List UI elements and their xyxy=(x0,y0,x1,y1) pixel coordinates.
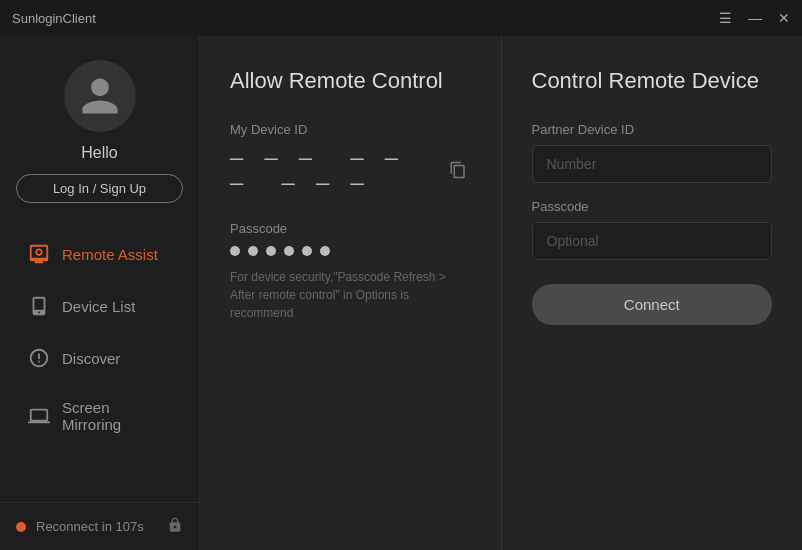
sidebar-item-device-list[interactable]: Device List xyxy=(8,281,191,331)
sidebar-footer: Reconnect in 107s xyxy=(0,502,199,550)
panel-right-title: Control Remote Device xyxy=(532,68,773,94)
panel-allow-remote: Allow Remote Control My Device ID — — — … xyxy=(200,36,502,550)
passcode-dot-4 xyxy=(284,246,294,256)
device-id-label: My Device ID xyxy=(230,122,471,137)
partner-id-group: Partner Device ID xyxy=(532,122,773,183)
login-button[interactable]: Log In / Sign Up xyxy=(16,174,183,203)
title-bar: SunloginClient ☰ — ✕ xyxy=(0,0,802,36)
passcode-dots xyxy=(230,246,471,256)
partner-id-input[interactable] xyxy=(532,145,773,183)
remote-assist-icon xyxy=(28,243,50,265)
app-title: SunloginClient xyxy=(12,11,96,26)
content-area: Allow Remote Control My Device ID — — — … xyxy=(200,36,802,550)
close-button[interactable]: ✕ xyxy=(778,11,790,25)
partner-id-label: Partner Device ID xyxy=(532,122,773,137)
menu-button[interactable]: ☰ xyxy=(719,11,732,25)
minimize-button[interactable]: — xyxy=(748,11,762,25)
device-list-icon xyxy=(28,295,50,317)
main-layout: Hello Log In / Sign Up Remote Assist xyxy=(0,36,802,550)
passcode-label: Passcode xyxy=(230,221,471,236)
lock-icon xyxy=(167,517,183,536)
window-controls: ☰ — ✕ xyxy=(719,11,790,25)
passcode-group: Passcode xyxy=(532,199,773,260)
copy-button[interactable] xyxy=(445,157,471,187)
passcode-dot-6 xyxy=(320,246,330,256)
reconnect-text: Reconnect in 107s xyxy=(36,519,144,534)
device-id-row: — — — — — — — — — xyxy=(230,147,471,197)
sidebar-item-discover[interactable]: Discover xyxy=(8,333,191,383)
device-id-display: — — — — — — — — — xyxy=(230,147,433,197)
avatar xyxy=(64,60,136,132)
passcode-input[interactable] xyxy=(532,222,773,260)
sidebar-label-remote-assist: Remote Assist xyxy=(62,246,158,263)
passcode-right-label: Passcode xyxy=(532,199,773,214)
greeting-text: Hello xyxy=(81,144,117,162)
sidebar-label-device-list: Device List xyxy=(62,298,135,315)
reconnect-dot xyxy=(16,522,26,532)
hint-text: For device security,"Passcode Refresh > … xyxy=(230,268,471,322)
discover-icon xyxy=(28,347,50,369)
passcode-dot-3 xyxy=(266,246,276,256)
sidebar: Hello Log In / Sign Up Remote Assist xyxy=(0,36,200,550)
sidebar-label-screen-mirroring: Screen Mirroring xyxy=(62,399,171,433)
connect-button[interactable]: Connect xyxy=(532,284,773,325)
user-icon xyxy=(78,74,122,118)
passcode-dot-1 xyxy=(230,246,240,256)
sidebar-item-screen-mirroring[interactable]: Screen Mirroring xyxy=(8,385,191,447)
sidebar-profile: Hello Log In / Sign Up xyxy=(0,36,199,219)
sidebar-nav: Remote Assist Device List Discover xyxy=(0,219,199,502)
sidebar-label-discover: Discover xyxy=(62,350,120,367)
panel-control-remote: Control Remote Device Partner Device ID … xyxy=(502,36,803,550)
panel-left-title: Allow Remote Control xyxy=(230,68,471,94)
sidebar-item-remote-assist[interactable]: Remote Assist xyxy=(8,229,191,279)
passcode-dot-2 xyxy=(248,246,258,256)
passcode-dot-5 xyxy=(302,246,312,256)
screen-mirroring-icon xyxy=(28,405,50,427)
